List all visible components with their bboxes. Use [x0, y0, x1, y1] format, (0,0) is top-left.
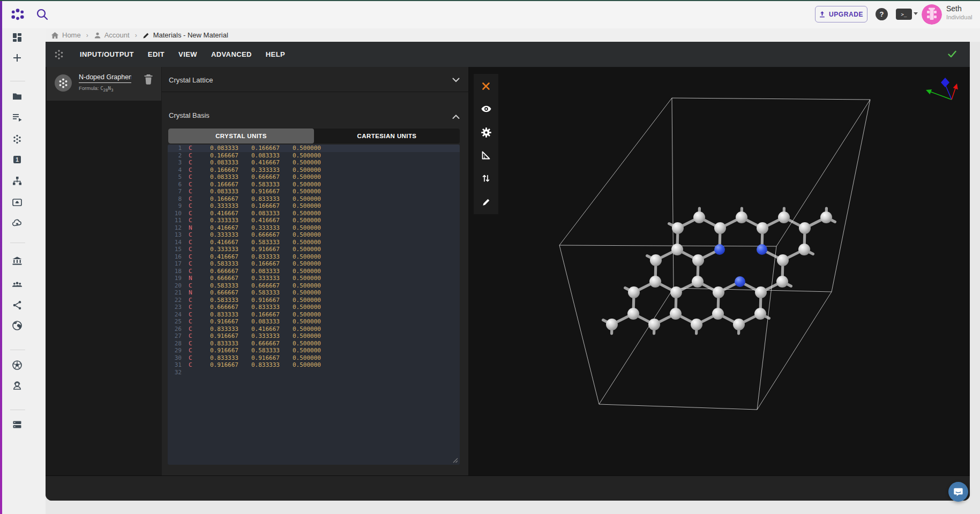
eye-icon[interactable] — [476, 99, 496, 118]
line-number: 18 — [168, 268, 182, 275]
element-symbol: C — [189, 231, 194, 239]
basis-units-tabs: CRYSTAL UNITSCARTESIAN UNITS — [168, 128, 460, 143]
pencil-edit-icon[interactable] — [476, 192, 496, 211]
sidebar-one-badge-icon[interactable]: 1 — [11, 153, 24, 166]
gear-icon[interactable] — [476, 123, 496, 142]
help-button[interactable]: ? — [876, 8, 888, 20]
vertical-arrows-icon[interactable] — [476, 169, 496, 188]
element-symbol: C — [189, 152, 194, 160]
sidebar-storage-icon[interactable] — [11, 418, 24, 431]
crystal-basis-header[interactable]: Crystal Basis — [162, 93, 468, 127]
sidebar-dashboard-icon[interactable] — [11, 31, 24, 44]
chevron-down-icon[interactable] — [452, 78, 460, 82]
sidebar-team-people-icon[interactable] — [11, 278, 24, 291]
measure-icon[interactable] — [476, 146, 496, 165]
coord-x: 0.166667 — [210, 152, 240, 160]
sidebar-share-icon[interactable] — [11, 299, 24, 312]
element-symbol: C — [189, 268, 194, 275]
console-dropdown-caret-icon[interactable] — [914, 12, 918, 15]
saved-check-icon — [947, 49, 957, 59]
line-number: 30 — [168, 354, 182, 362]
sidebar-materials-molecule-icon[interactable] — [11, 133, 24, 146]
breadcrumb-home[interactable]: Home — [51, 31, 81, 39]
line-number: 14 — [168, 239, 182, 246]
menu-edit[interactable]: EDIT — [148, 50, 164, 58]
line-number: 16 — [168, 253, 182, 261]
sidebar-support-person-icon[interactable] — [11, 379, 24, 392]
sidebar-bank-icon[interactable] — [11, 255, 24, 268]
sidebar-jobs-list-icon[interactable] — [11, 111, 24, 124]
3d-viewport[interactable] — [468, 67, 970, 475]
element-symbol: C — [189, 354, 194, 362]
coord-x: 0.666667 — [210, 275, 240, 282]
designer-menubar: INPUT/OUTPUTEDITVIEWADVANCEDHELP — [46, 42, 970, 67]
menu-help[interactable]: HELP — [266, 50, 285, 58]
breadcrumb-account[interactable]: Account — [94, 31, 130, 39]
tab-cartesian-units[interactable]: CARTESIAN UNITS — [314, 128, 460, 143]
sidebar-globe-icon[interactable] — [11, 319, 24, 332]
element-symbol: C — [189, 260, 194, 268]
mat3ra-logo-icon[interactable] — [11, 8, 25, 21]
editor-line: 2C0.1666670.0833330.500000 — [168, 152, 460, 160]
sidebar-cloud-upload-icon[interactable] — [11, 217, 24, 230]
close-icon[interactable] — [476, 77, 496, 96]
search-icon[interactable] — [35, 7, 49, 21]
editor-resize-grip[interactable] — [452, 457, 458, 463]
chevron-up-icon[interactable] — [452, 115, 460, 119]
material-name-input[interactable]: N-doped Graphene — [79, 73, 131, 83]
editor-line: 15C0.3333330.9166670.500000 — [168, 246, 460, 253]
coord-x: 0.916667 — [210, 318, 240, 326]
menu-view[interactable]: VIEW — [178, 50, 197, 58]
editor-line: 21N0.6666670.5833330.500000 — [168, 289, 460, 297]
coord-y: 0.666667 — [251, 282, 281, 290]
user-name[interactable]: Seth — [946, 4, 962, 13]
coord-y: 0.166667 — [251, 260, 281, 268]
editor-line: 26C0.8333330.4166670.500000 — [168, 326, 460, 333]
editor-line: 17C0.5833330.1666670.500000 — [168, 260, 460, 268]
upload-icon — [819, 11, 825, 18]
editor-line: 18C0.6666670.0833330.500000 — [168, 268, 460, 275]
delete-material-icon[interactable] — [143, 73, 154, 85]
element-symbol: C — [189, 217, 194, 224]
coord-z: 0.500000 — [293, 289, 323, 297]
sidebar-media-image-icon[interactable] — [11, 196, 24, 209]
tab-crystal-units[interactable]: CRYSTAL UNITS — [168, 128, 314, 143]
editor-line: 10C0.4166670.0833330.500000 — [168, 210, 460, 217]
upgrade-button[interactable]: UPGRADE — [815, 6, 867, 22]
coord-y: 0.166667 — [251, 145, 281, 152]
editor-line: 5C0.0833330.6666670.500000 — [168, 173, 460, 181]
editor-line: 9C0.3333330.1666670.500000 — [168, 202, 460, 210]
coord-x: 0.166667 — [210, 195, 240, 203]
coord-y: 0.583333 — [251, 347, 281, 354]
sidebar-workflows-sitemap-icon[interactable] — [11, 175, 24, 187]
sidebar-folder-icon[interactable] — [11, 90, 24, 103]
editor-line: 30C0.8333330.9166670.500000 — [168, 354, 460, 362]
coord-x: 0.583333 — [210, 260, 240, 268]
pencil-icon — [143, 32, 150, 39]
coord-y: 0.083333 — [251, 210, 281, 217]
element-symbol: C — [189, 340, 194, 347]
user-avatar[interactable] — [922, 4, 942, 25]
chat-launcher-icon[interactable] — [948, 482, 968, 502]
coord-z: 0.500000 — [293, 354, 323, 362]
breadcrumb: Home › Account › Materials - New Materia… — [46, 28, 980, 42]
coord-y: 0.333333 — [251, 224, 281, 232]
crystal-editor-panel: Crystal Lattice Crystal Basis CRYSTAL UN… — [162, 67, 469, 475]
basis-code-editor[interactable]: 1C0.0833330.1666670.5000002C0.1666670.08… — [168, 145, 460, 465]
material-formula-label: Formula: — [79, 85, 99, 91]
material-list-item[interactable]: N-doped Graphene Formula: C28N3 — [47, 67, 161, 101]
sidebar-add-icon[interactable] — [11, 51, 24, 64]
coord-y: 0.666667 — [251, 173, 281, 181]
menu-input-output[interactable]: INPUT/OUTPUT — [80, 50, 134, 58]
menu-advanced[interactable]: ADVANCED — [211, 50, 252, 58]
line-number: 13 — [168, 231, 182, 239]
editor-line: 25C0.9166670.0833330.500000 — [168, 318, 460, 326]
crystal-lattice-header[interactable]: Crystal Lattice — [162, 69, 468, 92]
sidebar-ball-icon[interactable] — [11, 359, 24, 372]
axes-gizmo[interactable] — [922, 75, 962, 105]
coord-z: 0.500000 — [293, 195, 323, 203]
editor-line: 31C0.9166670.8333330.500000 — [168, 361, 460, 369]
home-icon — [51, 32, 59, 39]
console-button[interactable]: >_ — [896, 9, 912, 20]
sidebar-divider — [10, 410, 25, 410]
